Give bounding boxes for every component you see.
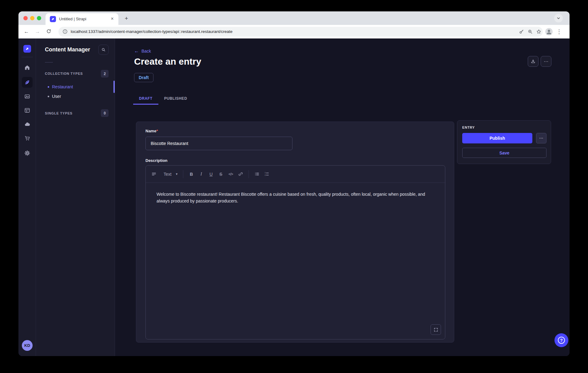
publish-button[interactable]: Publish xyxy=(462,133,532,143)
collection-types-label[interactable]: COLLECTION TYPES xyxy=(45,72,83,75)
tab-strip: Untitled | Strapi × + xyxy=(18,11,570,25)
bookmark-star-icon[interactable] xyxy=(536,29,542,34)
block-type-select[interactable]: Text ▾ xyxy=(161,169,180,179)
strikethrough-button[interactable]: S xyxy=(216,169,226,179)
zoom-in-icon[interactable] xyxy=(527,29,533,34)
address-bar[interactable]: localhost:1337/admin/content-manager/col… xyxy=(58,27,543,37)
zoom-window-button[interactable] xyxy=(37,16,41,20)
browser-toolbar: ← → localhost:1337/admin/content-manager… xyxy=(18,25,570,38)
strapi-app: KD Content Manager COLLECTION TYPES 2 Re… xyxy=(18,38,570,356)
cloud-icon[interactable] xyxy=(23,120,31,128)
chevron-down-icon: ▾ xyxy=(176,172,178,176)
sidebar-item-label: User xyxy=(52,94,61,99)
back-arrow-icon: ← xyxy=(134,48,139,54)
user-avatar[interactable]: KD xyxy=(22,340,33,351)
single-types-count-badge: 0 xyxy=(101,109,109,117)
block-type-value: Text xyxy=(164,172,172,177)
svg-text:2: 2 xyxy=(264,174,265,176)
italic-button[interactable]: I xyxy=(196,169,206,179)
strapi-favicon-icon xyxy=(50,16,56,22)
browser-profile-icon[interactable] xyxy=(545,28,550,33)
back-link[interactable]: ← Back xyxy=(134,48,151,54)
status-badge: Draft xyxy=(134,73,153,82)
page-title: Create an entry xyxy=(134,56,201,67)
page-more-actions-button[interactable]: ⋯ xyxy=(541,56,551,67)
content-type-builder-icon[interactable] xyxy=(23,106,31,114)
media-library-icon[interactable] xyxy=(23,93,31,100)
export-download-button[interactable] xyxy=(528,56,538,67)
back-label: Back xyxy=(141,49,151,54)
toolbar-separator xyxy=(248,170,249,178)
browser-back-button[interactable]: ← xyxy=(23,28,30,35)
name-field-label: Name* xyxy=(145,129,158,133)
item-bullet-icon xyxy=(48,96,49,97)
svg-text:1: 1 xyxy=(264,172,265,174)
question-mark-icon: ? xyxy=(558,337,565,344)
minimize-window-button[interactable] xyxy=(30,16,34,20)
tab-title: Untitled | Strapi xyxy=(59,17,86,21)
required-asterisk: * xyxy=(156,129,158,133)
password-key-icon[interactable] xyxy=(519,29,524,34)
main-content: ← Back Create an entry Draft ⋯ DRAFT PUB… xyxy=(115,38,570,356)
toolbar-separator xyxy=(183,170,183,178)
nav-divider xyxy=(22,57,33,57)
settings-gear-icon[interactable] xyxy=(23,149,31,157)
entry-panel-title: ENTRY xyxy=(462,126,546,129)
tab-close-icon[interactable]: × xyxy=(109,16,115,22)
url-text: localhost:1337/admin/content-manager/col… xyxy=(71,29,232,34)
publish-row: Publish ⋯ xyxy=(462,133,546,143)
align-button[interactable] xyxy=(149,169,159,179)
name-input[interactable] xyxy=(145,137,292,150)
sidebar-item-label: Restaurant xyxy=(52,84,73,89)
sidebar-item-user[interactable]: User xyxy=(36,91,114,101)
search-button[interactable] xyxy=(98,45,109,55)
close-window-button[interactable] xyxy=(23,16,28,20)
browser-forward-button[interactable]: → xyxy=(34,28,41,35)
help-button[interactable]: ? xyxy=(554,333,568,347)
description-content[interactable]: Welcome to Biscotte restaurant! Restaura… xyxy=(146,183,445,212)
tab-published[interactable]: PUBLISHED xyxy=(158,93,193,105)
collection-types-count-badge: 2 xyxy=(101,70,109,78)
sidebar-divider xyxy=(45,62,53,62)
content-manager-sidebar: Content Manager COLLECTION TYPES 2 Resta… xyxy=(36,38,115,356)
sidebar-item-restaurant[interactable]: Restaurant xyxy=(36,82,114,92)
home-icon[interactable] xyxy=(23,64,31,71)
browser-reload-button[interactable] xyxy=(45,29,52,36)
expand-editor-button[interactable] xyxy=(431,324,441,335)
numbered-list-button[interactable]: 12 xyxy=(262,169,272,179)
sidebar-title: Content Manager xyxy=(45,46,90,53)
new-tab-button[interactable]: + xyxy=(122,14,130,22)
bulleted-list-button[interactable] xyxy=(252,169,262,179)
strapi-logo-icon[interactable] xyxy=(23,45,31,53)
content-manager-icon[interactable] xyxy=(23,78,31,86)
active-item-indicator xyxy=(113,81,115,93)
browser-window: Untitled | Strapi × + ← → localhost:1337… xyxy=(18,11,570,356)
single-types-label[interactable]: SINGLE TYPES xyxy=(45,111,73,115)
description-field-label: Description xyxy=(145,158,168,163)
site-info-icon[interactable] xyxy=(62,29,68,34)
name-label-text: Name xyxy=(145,129,156,133)
bold-button[interactable]: B xyxy=(186,169,196,179)
code-button[interactable]: </> xyxy=(226,169,236,179)
browser-tab[interactable]: Untitled | Strapi × xyxy=(46,13,118,25)
marketplace-cart-icon[interactable] xyxy=(23,134,31,142)
main-nav-sidebar: KD xyxy=(18,38,36,356)
entry-more-actions-button[interactable]: ⋯ xyxy=(536,133,546,143)
item-bullet-icon xyxy=(48,86,49,88)
tab-search-button[interactable] xyxy=(554,14,563,22)
editor-toolbar: Text ▾ B I U S </> xyxy=(146,166,445,183)
link-button[interactable] xyxy=(236,169,245,179)
entry-form-card: Name* Description Text ▾ B xyxy=(136,122,454,343)
rich-text-editor: Text ▾ B I U S </> xyxy=(145,165,445,339)
underline-button[interactable]: U xyxy=(206,169,216,179)
entry-side-panel: ENTRY Publish ⋯ Save xyxy=(457,120,551,164)
tab-draft[interactable]: DRAFT xyxy=(133,93,158,105)
save-button[interactable]: Save xyxy=(462,148,546,158)
draft-published-tabs: DRAFT PUBLISHED xyxy=(133,93,193,105)
browser-menu-icon[interactable]: ⋮ xyxy=(555,28,563,35)
